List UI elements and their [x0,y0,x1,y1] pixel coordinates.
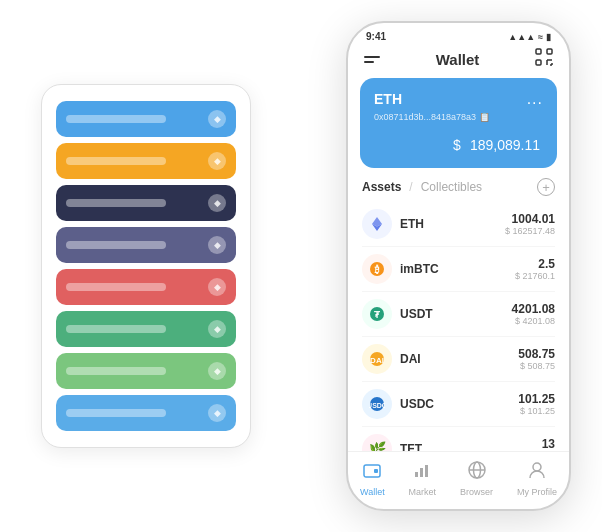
svg-text:DAI: DAI [370,356,384,365]
asset-values: 508.75 $ 508.75 [518,347,555,371]
wifi-icon: ≈ [538,32,543,42]
table-row[interactable]: ETH 1004.01 $ 162517.48 [362,202,555,247]
asset-usd: $ 21760.1 [515,271,555,281]
asset-symbol: DAI [400,352,518,366]
table-row[interactable]: USDC USDC 101.25 $ 101.25 [362,382,555,427]
eth-more-button[interactable]: ... [527,90,543,108]
svg-text:USDC: USDC [369,402,385,409]
scan-icon[interactable] [535,48,553,70]
eth-address: 0x08711d3b...8418a78a3 📋 [374,112,543,122]
asset-values: 1004.01 $ 162517.48 [505,212,555,236]
bottom-navigation: Wallet Market [348,451,569,509]
svg-rect-18 [374,469,378,473]
svg-point-25 [533,463,541,471]
svg-rect-2 [536,60,541,65]
menu-line-1 [364,56,380,58]
nav-item-profile[interactable]: My Profile [517,460,557,497]
assets-section-header: Assets / Collectibles + [348,178,569,202]
asset-icon-usdc: USDC [362,389,392,419]
browser-nav-label: Browser [460,487,493,497]
card-text [66,325,166,333]
asset-amount: 1004.01 [505,212,555,226]
wallet-nav-icon [362,460,382,485]
asset-list: ETH 1004.01 $ 162517.48 ₿ imBTC 2.5 $ [348,202,569,451]
browser-nav-icon [467,460,487,485]
eth-balance: $ 189,089.11 [374,130,543,156]
list-item[interactable]: ◆ [56,395,236,431]
card-icon: ◆ [208,194,226,212]
table-row[interactable]: 🌿 TFT 13 0 [362,427,555,451]
card-icon: ◆ [208,404,226,422]
list-item[interactable]: ◆ [56,311,236,347]
asset-values: 2.5 $ 21760.1 [515,257,555,281]
svg-rect-21 [425,465,428,477]
battery-icon: ▮ [546,32,551,42]
nav-item-wallet[interactable]: Wallet [360,460,385,497]
nav-item-market[interactable]: Market [409,460,437,497]
card-stack: ◆ ◆ ◆ ◆ ◆ ◆ ◆ ◆ [41,84,251,448]
card-icon: ◆ [208,362,226,380]
table-row[interactable]: ₮ USDT 4201.08 $ 4201.08 [362,292,555,337]
asset-amount: 508.75 [518,347,555,361]
eth-wallet-card[interactable]: ETH ... 0x08711d3b...8418a78a3 📋 $ 189,0… [360,78,557,168]
menu-line-2 [364,61,374,63]
signal-icon: ▲▲▲ [508,32,535,42]
table-row[interactable]: ₿ imBTC 2.5 $ 21760.1 [362,247,555,292]
asset-amount: 4201.08 [512,302,555,316]
asset-icon-tft: 🌿 [362,434,392,451]
market-nav-label: Market [409,487,437,497]
card-text [66,409,166,417]
copy-icon[interactable]: 📋 [479,112,490,122]
asset-usd: $ 508.75 [518,361,555,371]
add-asset-button[interactable]: + [537,178,555,196]
table-row[interactable]: DAI DAI 508.75 $ 508.75 [362,337,555,382]
market-nav-icon [412,460,432,485]
card-text [66,115,166,123]
card-text [66,367,166,375]
asset-amount: 101.25 [518,392,555,406]
asset-values: 101.25 $ 101.25 [518,392,555,416]
asset-symbol: ETH [400,217,505,231]
asset-values: 13 0 [542,437,555,451]
asset-usd: $ 162517.48 [505,226,555,236]
list-item[interactable]: ◆ [56,101,236,137]
status-icons: ▲▲▲ ≈ ▮ [508,32,551,42]
list-item[interactable]: ◆ [56,185,236,221]
tab-divider: / [409,180,412,194]
assets-tabs: Assets / Collectibles [362,180,482,194]
card-text [66,157,166,165]
tab-assets[interactable]: Assets [362,180,401,194]
asset-symbol: TFT [400,442,542,451]
list-item[interactable]: ◆ [56,269,236,305]
list-item[interactable]: ◆ [56,353,236,389]
card-text [66,199,166,207]
card-text [66,283,166,291]
asset-icon-eth [362,209,392,239]
nav-item-browser[interactable]: Browser [460,460,493,497]
asset-usd: $ 101.25 [518,406,555,416]
svg-rect-19 [415,472,418,477]
page-title: Wallet [436,51,480,68]
scene: ◆ ◆ ◆ ◆ ◆ ◆ ◆ ◆ [11,11,591,521]
list-item[interactable]: ◆ [56,143,236,179]
asset-values: 4201.08 $ 4201.08 [512,302,555,326]
card-icon: ◆ [208,110,226,128]
card-icon: ◆ [208,278,226,296]
card-icon: ◆ [208,320,226,338]
asset-symbol: USDT [400,307,512,321]
asset-symbol: USDC [400,397,518,411]
phone-frame: 9:41 ▲▲▲ ≈ ▮ Wallet [346,21,571,511]
svg-rect-20 [420,468,423,477]
tab-collectibles[interactable]: Collectibles [421,180,482,194]
card-icon: ◆ [208,236,226,254]
asset-amount: 13 [542,437,555,451]
eth-card-header: ETH ... [374,90,543,108]
asset-amount: 2.5 [515,257,555,271]
eth-card-name: ETH [374,91,402,107]
menu-icon[interactable] [364,56,380,63]
profile-nav-label: My Profile [517,487,557,497]
asset-icon-usdt: ₮ [362,299,392,329]
asset-usd: $ 4201.08 [512,316,555,326]
list-item[interactable]: ◆ [56,227,236,263]
status-time: 9:41 [366,31,386,42]
